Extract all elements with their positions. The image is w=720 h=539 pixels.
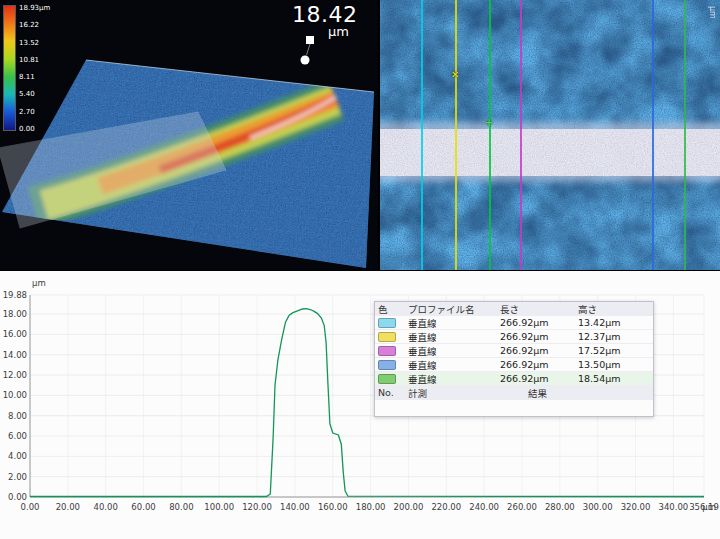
y-axis-tick-label: 14.00	[3, 350, 27, 360]
profile-color-cell	[378, 318, 408, 328]
profile-color-swatch	[378, 346, 396, 356]
profile-table-body: 垂直線266.92µm13.42µm垂直線266.92µm12.37µm垂直線2…	[375, 316, 653, 386]
profile-table-cell: 垂直線	[408, 372, 500, 386]
x-axis-tick-label: 40.00	[94, 502, 118, 512]
color-scale-tick: 10.81	[19, 57, 50, 64]
x-axis-tick-label: 300.00	[583, 502, 613, 512]
color-scale-tick: 16.22	[19, 22, 50, 29]
profile-color-cell	[378, 360, 408, 370]
color-scale-tick: 8.11	[19, 74, 50, 81]
profile-table-cell: 垂直線	[408, 344, 500, 358]
profile-color-swatch	[378, 374, 396, 384]
x-axis-tick-label: 20.00	[56, 502, 80, 512]
color-scale-tick: 2.70	[19, 109, 50, 116]
y-axis-tick-label: 0.00	[8, 492, 27, 502]
x-axis-tick-label: 0.00	[21, 502, 40, 512]
color-scale-ticks: 18.93µm16.2213.5210.818.115.402.700.00	[19, 5, 50, 133]
profile-table-cell: 12.37µm	[578, 331, 650, 342]
profile-chart-panel[interactable]: 0.0020.0040.0060.0080.00100.00120.00140.…	[0, 271, 720, 539]
3d-view-panel[interactable]: 18.93µm16.2213.5210.818.115.402.700.00 1…	[0, 0, 378, 270]
scale-label: µm	[708, 6, 717, 19]
profile-table-row[interactable]: 垂直線266.92µm13.42µm	[375, 316, 653, 330]
line-position-marker[interactable]: +	[485, 118, 493, 128]
header-measure: 計測	[408, 386, 528, 400]
x-axis-tick-label: 240.00	[469, 502, 499, 512]
y-axis-tick-label: 12.00	[3, 370, 27, 380]
measure-point-circle-marker[interactable]	[301, 56, 310, 65]
line-position-marker[interactable]: ✕	[451, 70, 459, 80]
profile-table-cell: 266.92µm	[500, 331, 578, 342]
profile-table-header: 色 プロファイル名 長さ 高さ	[375, 302, 653, 316]
height-color-scale: 18.93µm16.2213.5210.818.115.402.700.00	[3, 5, 50, 133]
measurement-line[interactable]	[520, 0, 522, 270]
header-length: 長さ	[500, 302, 578, 316]
y-axis-unit: µm	[32, 278, 46, 288]
profile-color-cell	[378, 374, 408, 384]
x-axis-tick-label: 200.00	[394, 502, 424, 512]
header-result: 結果	[528, 386, 650, 400]
x-axis-tick-label: 280.00	[545, 502, 575, 512]
profile-table-row[interactable]: 垂直線266.92µm13.50µm	[375, 358, 653, 372]
profile-table-row[interactable]: 垂直線266.92µm18.54µm	[375, 372, 653, 386]
analyzer-window: 18.93µm16.2213.5210.818.115.402.700.00 1…	[0, 0, 720, 539]
color-scale-bar	[3, 5, 16, 131]
2d-image-panel[interactable]: ✕+ µm	[380, 0, 720, 270]
x-axis-tick-label: 140.00	[280, 502, 310, 512]
profile-table-row[interactable]: 垂直線266.92µm12.37µm	[375, 330, 653, 344]
measurement-table[interactable]: 色 プロファイル名 長さ 高さ 垂直線266.92µm13.42µm垂直線266…	[374, 301, 654, 417]
profile-table-cell: 18.54µm	[578, 373, 650, 384]
profile-table-row[interactable]: 垂直線266.92µm17.52µm	[375, 344, 653, 358]
measurement-line[interactable]	[684, 0, 686, 270]
x-axis-tick-label: 340.00	[658, 502, 688, 512]
profile-table-cell: 垂直線	[408, 330, 500, 344]
x-axis-tick-label: 160.00	[318, 502, 348, 512]
result-table-header: No. 計測 結果	[375, 386, 653, 400]
measurement-line[interactable]	[421, 0, 423, 270]
measurement-line[interactable]	[489, 0, 491, 270]
x-axis-tick-label: 220.00	[431, 502, 461, 512]
measurement-line[interactable]	[455, 0, 457, 270]
y-axis-tick-label: 6.00	[8, 431, 27, 441]
header-color: 色	[378, 302, 408, 316]
x-axis-tick-label: 120.00	[242, 502, 272, 512]
profile-table-cell: 17.52µm	[578, 345, 650, 356]
height-measurement-label: 18.42 µm	[292, 2, 357, 39]
x-axis-tick-label: 100.00	[204, 502, 234, 512]
y-axis-tick-label: 2.00	[8, 472, 27, 482]
profile-color-swatch	[378, 360, 396, 370]
y-axis-tick-label: 19.88	[3, 290, 27, 300]
profile-table-cell: 266.92µm	[500, 345, 578, 356]
y-axis-tick-label: 10.00	[3, 390, 27, 400]
y-axis-tick-label: 4.00	[8, 451, 27, 461]
profile-color-swatch	[378, 318, 396, 328]
header-no: No.	[378, 387, 408, 398]
y-axis-tick-label: 16.00	[3, 329, 27, 339]
profile-color-cell	[378, 332, 408, 342]
measurement-line[interactable]	[652, 0, 654, 270]
color-scale-tick: 5.40	[19, 91, 50, 98]
measurement-lines-layer: ✕+	[380, 0, 720, 270]
profile-table-cell: 13.50µm	[578, 359, 650, 370]
y-axis-tick-label: 18.00	[3, 309, 27, 319]
color-scale-tick: 18.93µm	[19, 5, 50, 12]
profile-table-cell: 266.92µm	[500, 373, 578, 384]
profile-table-cell: 266.92µm	[500, 317, 578, 328]
3d-surface-render	[0, 0, 378, 270]
color-scale-tick: 13.52	[19, 40, 50, 47]
profile-table-cell: 垂直線	[408, 358, 500, 372]
x-axis-unit: µm	[702, 502, 716, 512]
profile-table-cell: 垂直線	[408, 316, 500, 330]
x-axis-tick-label: 320.00	[621, 502, 651, 512]
profile-color-swatch	[378, 332, 396, 342]
header-height: 高さ	[578, 302, 650, 316]
x-axis-tick-label: 260.00	[507, 502, 537, 512]
y-axis-tick-label: 8.00	[8, 411, 27, 421]
result-table-empty-area	[375, 400, 653, 416]
profile-table-cell: 13.42µm	[578, 317, 650, 328]
x-axis-tick-label: 180.00	[356, 502, 386, 512]
profile-table-cell: 266.92µm	[500, 359, 578, 370]
x-axis-tick-label: 60.00	[131, 502, 155, 512]
color-scale-tick: 0.00	[19, 126, 50, 133]
profile-color-cell	[378, 346, 408, 356]
header-profile-name: プロファイル名	[408, 302, 500, 316]
